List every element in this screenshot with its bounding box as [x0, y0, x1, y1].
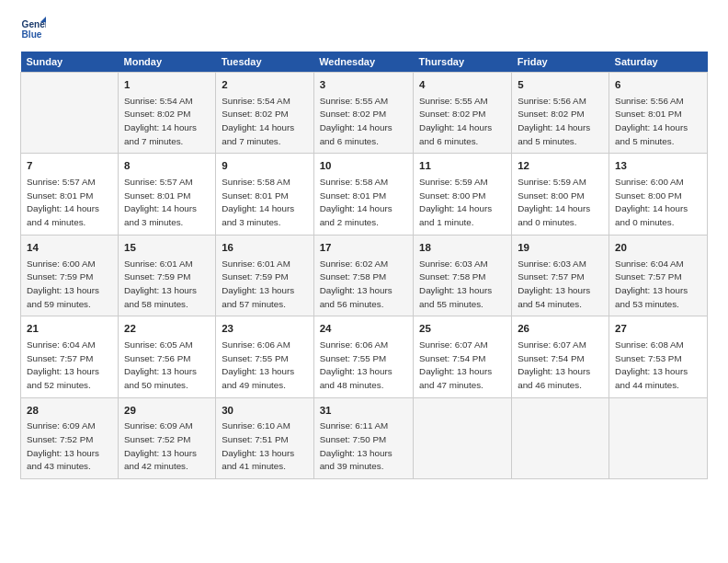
day-number: 23 — [222, 321, 307, 337]
calendar-cell: 31Sunrise: 6:11 AM Sunset: 7:50 PM Dayli… — [313, 397, 413, 478]
day-number: 6 — [615, 77, 701, 93]
calendar-cell: 2Sunrise: 5:54 AM Sunset: 8:02 PM Daylig… — [216, 73, 313, 154]
day-number: 25 — [419, 321, 506, 337]
day-info: Sunrise: 5:59 AM Sunset: 8:00 PM Dayligh… — [419, 176, 506, 230]
day-number: 4 — [419, 77, 506, 93]
day-info: Sunrise: 5:57 AM Sunset: 8:01 PM Dayligh… — [27, 176, 112, 230]
calendar-cell: 12Sunrise: 5:59 AM Sunset: 8:00 PM Dayli… — [512, 154, 609, 235]
day-number: 2 — [222, 77, 307, 93]
day-info: Sunrise: 6:09 AM Sunset: 7:52 PM Dayligh… — [124, 419, 210, 474]
calendar-cell: 16Sunrise: 6:01 AM Sunset: 7:59 PM Dayli… — [216, 235, 313, 316]
day-info: Sunrise: 5:55 AM Sunset: 8:02 PM Dayligh… — [320, 95, 407, 149]
day-number: 24 — [320, 321, 407, 337]
calendar-cell: 15Sunrise: 6:01 AM Sunset: 7:59 PM Dayli… — [119, 235, 216, 316]
calendar-table: SundayMondayTuesdayWednesdayThursdayFrid… — [20, 52, 708, 479]
col-header-tuesday: Tuesday — [216, 52, 313, 73]
day-number: 1 — [124, 77, 210, 93]
col-header-monday: Monday — [119, 52, 216, 73]
day-info: Sunrise: 5:56 AM Sunset: 8:02 PM Dayligh… — [518, 95, 603, 149]
calendar-cell: 14Sunrise: 6:00 AM Sunset: 7:59 PM Dayli… — [21, 235, 119, 316]
calendar-cell: 8Sunrise: 5:57 AM Sunset: 8:01 PM Daylig… — [119, 154, 216, 235]
day-info: Sunrise: 6:01 AM Sunset: 7:59 PM Dayligh… — [124, 258, 210, 312]
day-info: Sunrise: 6:05 AM Sunset: 7:56 PM Dayligh… — [124, 339, 210, 393]
calendar-cell: 4Sunrise: 5:55 AM Sunset: 8:02 PM Daylig… — [414, 73, 512, 154]
logo-icon: General Blue — [20, 17, 46, 42]
day-info: Sunrise: 6:04 AM Sunset: 7:57 PM Dayligh… — [615, 258, 701, 312]
day-number: 20 — [615, 240, 701, 256]
day-number: 9 — [222, 158, 307, 174]
day-number: 10 — [320, 158, 407, 174]
day-number: 15 — [124, 240, 210, 256]
svg-text:Blue: Blue — [22, 29, 42, 40]
day-info: Sunrise: 6:04 AM Sunset: 7:57 PM Dayligh… — [27, 339, 112, 393]
page-header: General Blue — [20, 17, 708, 42]
day-number: 18 — [419, 240, 506, 256]
col-header-friday: Friday — [512, 52, 609, 73]
day-info: Sunrise: 6:10 AM Sunset: 7:51 PM Dayligh… — [222, 419, 307, 474]
calendar-cell: 10Sunrise: 5:58 AM Sunset: 8:01 PM Dayli… — [313, 154, 413, 235]
day-info: Sunrise: 5:59 AM Sunset: 8:00 PM Dayligh… — [518, 176, 603, 230]
calendar-cell: 5Sunrise: 5:56 AM Sunset: 8:02 PM Daylig… — [512, 73, 609, 154]
week-row-5: 28Sunrise: 6:09 AM Sunset: 7:52 PM Dayli… — [21, 397, 708, 478]
day-info: Sunrise: 6:03 AM Sunset: 7:58 PM Dayligh… — [419, 258, 506, 312]
week-row-4: 21Sunrise: 6:04 AM Sunset: 7:57 PM Dayli… — [21, 316, 708, 397]
calendar-cell: 18Sunrise: 6:03 AM Sunset: 7:58 PM Dayli… — [414, 235, 512, 316]
day-info: Sunrise: 5:54 AM Sunset: 8:02 PM Dayligh… — [124, 95, 210, 149]
calendar-cell: 30Sunrise: 6:10 AM Sunset: 7:51 PM Dayli… — [216, 397, 313, 478]
col-header-sunday: Sunday — [21, 52, 119, 73]
day-info: Sunrise: 6:07 AM Sunset: 7:54 PM Dayligh… — [518, 339, 603, 393]
day-info: Sunrise: 6:07 AM Sunset: 7:54 PM Dayligh… — [419, 339, 506, 393]
day-info: Sunrise: 6:06 AM Sunset: 7:55 PM Dayligh… — [222, 339, 307, 393]
calendar-cell: 26Sunrise: 6:07 AM Sunset: 7:54 PM Dayli… — [512, 316, 609, 397]
day-number: 16 — [222, 240, 307, 256]
day-number: 27 — [615, 321, 701, 337]
day-number: 5 — [518, 77, 603, 93]
calendar-header-row: SundayMondayTuesdayWednesdayThursdayFrid… — [21, 52, 708, 73]
day-number: 8 — [124, 158, 210, 174]
day-info: Sunrise: 6:09 AM Sunset: 7:52 PM Dayligh… — [27, 419, 112, 474]
calendar-cell: 27Sunrise: 6:08 AM Sunset: 7:53 PM Dayli… — [609, 316, 708, 397]
day-number: 17 — [320, 240, 407, 256]
calendar-cell: 13Sunrise: 6:00 AM Sunset: 8:00 PM Dayli… — [609, 154, 708, 235]
week-row-3: 14Sunrise: 6:00 AM Sunset: 7:59 PM Dayli… — [21, 235, 708, 316]
day-number: 3 — [320, 77, 407, 93]
day-number: 26 — [518, 321, 603, 337]
day-number: 14 — [27, 240, 112, 256]
calendar-cell: 9Sunrise: 5:58 AM Sunset: 8:01 PM Daylig… — [216, 154, 313, 235]
day-info: Sunrise: 6:00 AM Sunset: 7:59 PM Dayligh… — [27, 258, 112, 312]
calendar-cell: 17Sunrise: 6:02 AM Sunset: 7:58 PM Dayli… — [313, 235, 413, 316]
day-number: 19 — [518, 240, 603, 256]
calendar-cell: 28Sunrise: 6:09 AM Sunset: 7:52 PM Dayli… — [21, 397, 119, 478]
day-number: 11 — [419, 158, 506, 174]
day-info: Sunrise: 5:56 AM Sunset: 8:01 PM Dayligh… — [615, 95, 701, 149]
week-row-1: 1Sunrise: 5:54 AM Sunset: 8:02 PM Daylig… — [21, 73, 708, 154]
day-number: 22 — [124, 321, 210, 337]
calendar-cell: 6Sunrise: 5:56 AM Sunset: 8:01 PM Daylig… — [609, 73, 708, 154]
day-info: Sunrise: 5:58 AM Sunset: 8:01 PM Dayligh… — [222, 176, 307, 230]
calendar-cell: 29Sunrise: 6:09 AM Sunset: 7:52 PM Dayli… — [119, 397, 216, 478]
day-info: Sunrise: 5:58 AM Sunset: 8:01 PM Dayligh… — [320, 176, 407, 230]
calendar-cell: 23Sunrise: 6:06 AM Sunset: 7:55 PM Dayli… — [216, 316, 313, 397]
logo: General Blue — [20, 17, 50, 42]
calendar-cell: 25Sunrise: 6:07 AM Sunset: 7:54 PM Dayli… — [414, 316, 512, 397]
day-info: Sunrise: 5:54 AM Sunset: 8:02 PM Dayligh… — [222, 95, 307, 149]
week-row-2: 7Sunrise: 5:57 AM Sunset: 8:01 PM Daylig… — [21, 154, 708, 235]
calendar-cell: 20Sunrise: 6:04 AM Sunset: 7:57 PM Dayli… — [609, 235, 708, 316]
day-number: 29 — [124, 403, 210, 419]
day-info: Sunrise: 6:01 AM Sunset: 7:59 PM Dayligh… — [222, 258, 307, 312]
calendar-cell: 22Sunrise: 6:05 AM Sunset: 7:56 PM Dayli… — [119, 316, 216, 397]
day-info: Sunrise: 6:06 AM Sunset: 7:55 PM Dayligh… — [320, 339, 407, 393]
calendar-cell: 7Sunrise: 5:57 AM Sunset: 8:01 PM Daylig… — [21, 154, 119, 235]
calendar-cell: 19Sunrise: 6:03 AM Sunset: 7:57 PM Dayli… — [512, 235, 609, 316]
calendar-cell: 11Sunrise: 5:59 AM Sunset: 8:00 PM Dayli… — [414, 154, 512, 235]
day-number: 21 — [27, 321, 112, 337]
calendar-cell — [512, 397, 609, 478]
day-info: Sunrise: 6:11 AM Sunset: 7:50 PM Dayligh… — [320, 419, 407, 474]
calendar-cell: 21Sunrise: 6:04 AM Sunset: 7:57 PM Dayli… — [21, 316, 119, 397]
day-info: Sunrise: 6:08 AM Sunset: 7:53 PM Dayligh… — [615, 339, 701, 393]
day-info: Sunrise: 6:00 AM Sunset: 8:00 PM Dayligh… — [615, 176, 701, 230]
day-number: 12 — [518, 158, 603, 174]
calendar-cell: 3Sunrise: 5:55 AM Sunset: 8:02 PM Daylig… — [313, 73, 413, 154]
day-number: 31 — [320, 403, 407, 419]
day-info: Sunrise: 6:02 AM Sunset: 7:58 PM Dayligh… — [320, 258, 407, 312]
